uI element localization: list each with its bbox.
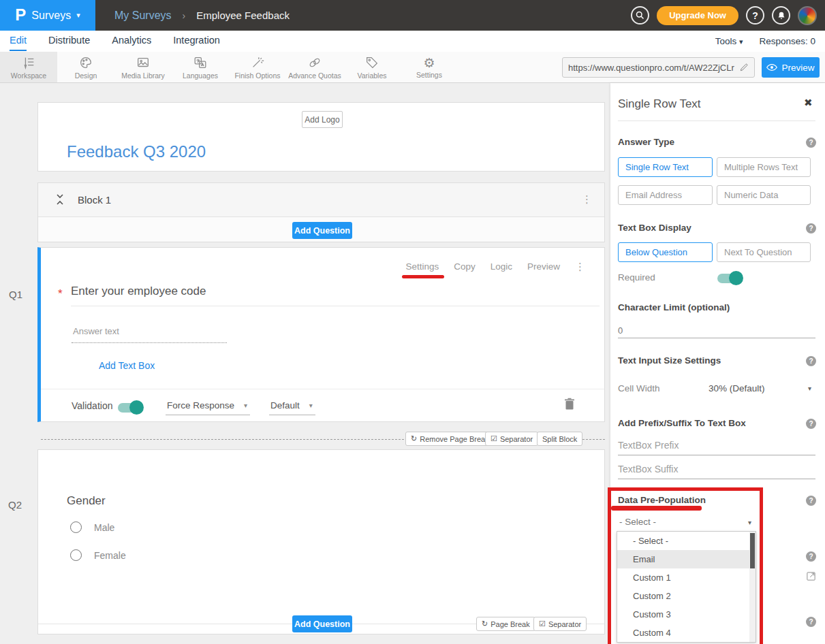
text-input-size-help-icon[interactable]: ? xyxy=(806,356,816,366)
add-text-box-link[interactable]: Add Text Box xyxy=(99,360,155,371)
cell-width-dropdown-caret-icon[interactable]: ▾ xyxy=(808,385,811,392)
separator-button-bottom[interactable]: ☑ Separator xyxy=(533,617,587,631)
answer-type-label: Answer Type xyxy=(618,137,674,147)
q1-tab-logic[interactable]: Logic xyxy=(491,261,512,272)
delete-question-trash-icon[interactable] xyxy=(564,398,575,413)
female-radio-button[interactable] xyxy=(70,549,82,561)
dropdown-scrollbar-thumb[interactable] xyxy=(750,533,755,568)
app-window: P Surveys ▾ My Surveys › Employee Feedba… xyxy=(0,0,825,644)
validation-toggle[interactable] xyxy=(118,403,142,413)
data-prepopulation-help-icon[interactable]: ? xyxy=(806,496,816,506)
text-box-display-help-icon[interactable]: ? xyxy=(806,223,816,234)
separator-checkbox-icon: ☑ xyxy=(539,619,546,628)
add-question-button-bottom[interactable]: Add Question xyxy=(292,615,352,632)
survey-title[interactable]: Feedback Q3 2020 xyxy=(67,142,206,161)
finish-options-wand-icon xyxy=(250,55,265,70)
toolbar-item-languages[interactable]: Languages xyxy=(172,52,229,82)
textbox-suffix-input[interactable]: TextBox Suffix xyxy=(618,464,678,474)
survey-header-card: Add Logo Feedback Q3 2020 xyxy=(37,102,605,172)
textbox-prefix-input[interactable]: TextBox Prefix xyxy=(618,440,679,451)
user-avatar[interactable] xyxy=(798,6,817,25)
finish-options-label: Finish Options xyxy=(234,71,280,80)
tab-integration[interactable]: Integration xyxy=(173,31,220,51)
q1-marker: Q1 xyxy=(9,289,22,300)
search-button[interactable] xyxy=(631,6,649,25)
dropdown-option-select[interactable]: - Select - xyxy=(617,532,756,550)
q2-option-male: Male xyxy=(70,521,114,533)
character-limit-value[interactable]: 0 xyxy=(618,325,623,336)
dropdown-option-custom4[interactable]: Custom 4 xyxy=(617,624,756,642)
toolbar-item-workspace[interactable]: Workspace xyxy=(0,52,57,82)
split-block-button[interactable]: Split Block xyxy=(537,432,582,446)
display-below-question[interactable]: Below Question xyxy=(618,242,713,262)
question-1-card: Settings Copy Logic Preview ⋮ * Enter yo… xyxy=(37,247,605,422)
answer-type-single-row[interactable]: Single Row Text xyxy=(618,157,713,177)
separator-button[interactable]: ☑ Separator xyxy=(485,432,538,446)
prefix-suffix-help-icon[interactable]: ? xyxy=(806,419,816,429)
male-radio-button[interactable] xyxy=(70,521,82,533)
display-next-to-question[interactable]: Next To Question xyxy=(717,242,811,262)
q1-question-text[interactable]: Enter your employee code xyxy=(71,285,206,298)
toolbar-item-settings[interactable]: ⚙ Settings xyxy=(401,52,458,82)
required-toggle[interactable] xyxy=(717,274,742,283)
q1-tab-settings[interactable]: Settings xyxy=(405,261,439,272)
answer-type-help-icon[interactable]: ? xyxy=(806,138,816,148)
add-question-button-top[interactable]: Add Question xyxy=(292,222,352,239)
tab-edit[interactable]: Edit xyxy=(10,31,27,51)
q1-menu-kebab-icon[interactable]: ⋮ xyxy=(575,262,585,272)
product-menu[interactable]: P Surveys ▾ xyxy=(0,0,95,31)
q1-tab-copy[interactable]: Copy xyxy=(454,261,476,272)
data-prepopulation-caret-icon[interactable]: ▾ xyxy=(748,519,751,526)
q1-answer-placeholder[interactable]: Answer text xyxy=(73,326,119,336)
force-response-dropdown[interactable]: Force Response ▾ xyxy=(166,400,250,415)
hidden-section-help-icon-2[interactable]: ? xyxy=(806,617,816,627)
toolbar-item-finish-options[interactable]: Finish Options xyxy=(229,52,286,82)
tab-distribute[interactable]: Distribute xyxy=(48,31,90,51)
q1-tab-preview[interactable]: Preview xyxy=(527,261,560,272)
dropdown-option-custom1[interactable]: Custom 1 xyxy=(617,568,756,587)
external-link-icon[interactable] xyxy=(806,571,816,584)
upgrade-now-button[interactable]: Upgrade Now xyxy=(657,6,738,25)
data-prepopulation-select[interactable]: - Select - xyxy=(619,517,753,527)
default-dropdown[interactable]: Default ▾ xyxy=(269,400,315,415)
breadcrumb-my-surveys[interactable]: My Surveys xyxy=(114,10,172,22)
help-icon: ? xyxy=(752,10,758,21)
dropdown-scrollbar[interactable] xyxy=(749,532,756,642)
toolbar-item-media-library[interactable]: Media Library xyxy=(114,52,172,82)
block-header: Block 1 ⋮ xyxy=(38,183,604,217)
toolbar-item-design[interactable]: Design xyxy=(57,52,114,82)
required-asterisk: * xyxy=(58,287,63,301)
page-break-button[interactable]: ↻ Page Break xyxy=(476,617,535,631)
notifications-button[interactable] xyxy=(772,6,790,25)
collapse-block-icon[interactable] xyxy=(55,193,65,208)
dropdown-option-custom2[interactable]: Custom 2 xyxy=(617,587,756,605)
data-prepopulation-label: Data Pre-Population xyxy=(618,495,706,505)
answer-type-numeric[interactable]: Numeric Data xyxy=(717,185,811,205)
tab-analytics[interactable]: Analytics xyxy=(112,31,151,51)
block-menu-kebab-icon[interactable]: ⋮ xyxy=(582,195,592,204)
edit-pencil-icon[interactable] xyxy=(739,63,749,72)
questionpro-logo-icon: P xyxy=(15,5,26,25)
toolbar-item-variables[interactable]: Variables xyxy=(343,52,401,82)
remove-page-break-button[interactable]: ↻ Remove Page Break xyxy=(405,432,495,446)
languages-icon xyxy=(193,55,208,70)
answer-type-multiple-rows[interactable]: Multiple Rows Text xyxy=(717,157,811,177)
female-label: Female xyxy=(94,550,126,561)
block-title[interactable]: Block 1 xyxy=(78,194,111,206)
hidden-section-help-icon[interactable]: ? xyxy=(806,551,816,562)
survey-url-field[interactable]: https://www.questionpro.com/t/AW22ZjCLr xyxy=(562,57,755,78)
dropdown-option-custom3[interactable]: Custom 3 xyxy=(617,605,756,624)
suffix-underline xyxy=(618,479,815,479)
design-label: Design xyxy=(75,71,97,80)
block-card: Block 1 ⋮ Add Question xyxy=(37,182,605,242)
help-button[interactable]: ? xyxy=(746,6,764,25)
tools-dropdown[interactable]: Tools ▾ xyxy=(715,36,743,46)
toolbar-item-advance-quotas[interactable]: Advance Quotas xyxy=(286,52,343,82)
dropdown-option-email[interactable]: Email xyxy=(617,550,756,568)
q2-question-text[interactable]: Gender xyxy=(67,494,106,508)
add-logo-button[interactable]: Add Logo xyxy=(302,111,343,128)
close-panel-icon[interactable]: ✖ xyxy=(804,97,813,109)
media-library-icon xyxy=(136,55,151,70)
answer-type-email[interactable]: Email Address xyxy=(618,185,713,205)
preview-button[interactable]: Preview xyxy=(762,57,820,78)
